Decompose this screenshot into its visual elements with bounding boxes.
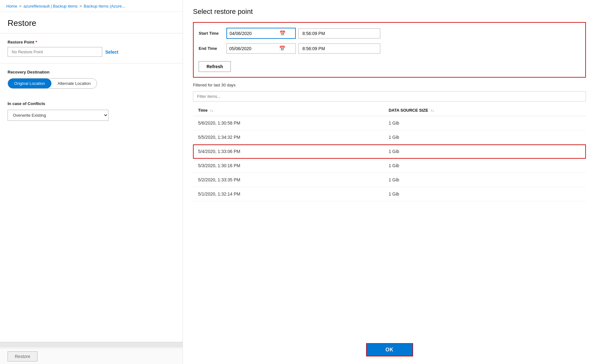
breadcrumb-home[interactable]: Home: [6, 4, 17, 9]
filter-input[interactable]: [193, 91, 586, 102]
cell-size: 1 Gib: [383, 187, 586, 201]
table-container[interactable]: Time ↑↓ DATA SOURCE SIZE ↑↓ 5/6/2020, 1:…: [193, 105, 586, 338]
table-row[interactable]: 5/6/2020, 1:30:58 PM1 Gib: [193, 116, 586, 130]
breadcrumb-sep1: >: [19, 4, 22, 9]
table-body: 5/6/2020, 1:30:58 PM1 Gib5/5/2020, 1:34:…: [193, 116, 586, 201]
required-star: *: [36, 40, 37, 44]
time-sort-icon[interactable]: ↑↓: [210, 109, 213, 112]
end-time-row: End Time 📅: [199, 43, 580, 54]
end-date-input[interactable]: [229, 46, 277, 51]
main-container: Home > azurefilesvault | Backup items > …: [0, 0, 596, 364]
breadcrumb-current[interactable]: Backup Items (Azure...: [84, 4, 126, 9]
filter-box: Start Time 📅 End Time 📅 Refresh: [193, 22, 586, 78]
cell-time: 5/3/2020, 1:30:16 PM: [193, 159, 383, 173]
table-header-row: Time ↑↓ DATA SOURCE SIZE ↑↓: [193, 105, 586, 116]
restore-point-label: Restore Point *: [8, 40, 175, 44]
restore-point-section: Restore Point * Select: [0, 33, 183, 63]
table-row[interactable]: 5/4/2020, 1:33:06 PM1 Gib: [193, 144, 586, 159]
size-sort-icon[interactable]: ↑↓: [431, 109, 434, 112]
ok-button[interactable]: OK: [366, 343, 413, 356]
scrollbar-area[interactable]: [0, 342, 183, 348]
restore-button[interactable]: Restore: [8, 351, 38, 361]
col-header-time[interactable]: Time ↑↓: [193, 105, 383, 116]
alternate-location-btn[interactable]: Alternate Location: [51, 79, 97, 88]
cell-size: 1 Gib: [383, 173, 586, 187]
breadcrumb-vault[interactable]: azurefilesvault | Backup items: [23, 4, 78, 9]
ok-btn-container: OK: [193, 338, 586, 356]
recovery-destination-label: Recovery Destination: [8, 70, 175, 74]
restore-title: Restore: [0, 12, 183, 33]
cell-time: 5/4/2020, 1:33:06 PM: [193, 144, 383, 159]
start-time-row: Start Time 📅: [199, 28, 580, 39]
end-time-input[interactable]: [298, 44, 380, 54]
filter-info: Filtered for last 30 days: [193, 83, 586, 87]
cell-time: 5/2/2020, 1:33:35 PM: [193, 173, 383, 187]
select-link[interactable]: Select: [105, 50, 118, 55]
cell-time: 5/5/2020, 1:34:32 PM: [193, 130, 383, 144]
conflicts-section: In case of Conflicts Overwrite Existing: [0, 95, 183, 127]
table-row[interactable]: 5/5/2020, 1:34:32 PM1 Gib: [193, 130, 586, 144]
cell-size: 1 Gib: [383, 116, 586, 130]
end-date-container: 📅: [226, 43, 296, 54]
cell-time: 5/1/2020, 1:32:14 PM: [193, 187, 383, 201]
breadcrumb: Home > azurefilesvault | Backup items > …: [0, 0, 183, 12]
location-toggle: Original Location Alternate Location: [8, 78, 97, 89]
breadcrumb-sep2: >: [79, 4, 82, 9]
data-table: Time ↑↓ DATA SOURCE SIZE ↑↓ 5/6/2020, 1:…: [193, 105, 586, 201]
right-panel: Select restore point Start Time 📅 End Ti…: [183, 0, 596, 364]
refresh-button[interactable]: Refresh: [199, 61, 231, 72]
table-row[interactable]: 5/3/2020, 1:30:16 PM1 Gib: [193, 159, 586, 173]
cell-size: 1 Gib: [383, 159, 586, 173]
start-date-container: 📅: [226, 28, 296, 39]
restore-point-row: Select: [8, 47, 175, 57]
conflicts-label: In case of Conflicts: [8, 101, 175, 106]
panel-title: Select restore point: [193, 8, 586, 16]
end-calendar-icon[interactable]: 📅: [279, 45, 285, 51]
restore-point-input[interactable]: [8, 47, 102, 57]
cell-size: 1 Gib: [383, 130, 586, 144]
cell-size: 1 Gib: [383, 144, 586, 159]
start-calendar-icon[interactable]: 📅: [279, 30, 286, 36]
cell-time: 5/6/2020, 1:30:58 PM: [193, 116, 383, 130]
recovery-destination-section: Recovery Destination Original Location A…: [0, 63, 183, 95]
table-row[interactable]: 5/1/2020, 1:32:14 PM1 Gib: [193, 187, 586, 201]
end-time-label: End Time: [199, 46, 224, 51]
col-header-size[interactable]: DATA SOURCE SIZE ↑↓: [383, 105, 586, 116]
start-date-input[interactable]: [230, 31, 277, 36]
start-time-input[interactable]: [298, 28, 380, 38]
table-row[interactable]: 5/2/2020, 1:33:35 PM1 Gib: [193, 173, 586, 187]
left-bottom-bar: Restore: [0, 348, 183, 364]
original-location-btn[interactable]: Original Location: [8, 79, 51, 88]
start-time-label: Start Time: [199, 31, 224, 36]
conflicts-select[interactable]: Overwrite Existing: [8, 110, 108, 121]
left-panel: Home > azurefilesvault | Backup items > …: [0, 0, 183, 364]
